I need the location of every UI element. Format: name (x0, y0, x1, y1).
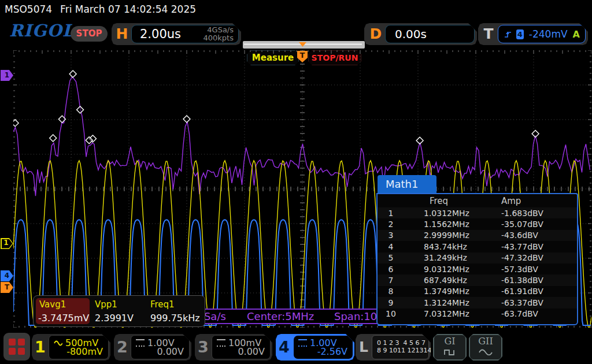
trigger-settings-block[interactable]: T 4 -240mV A (478, 23, 588, 45)
math-peak-row: 81.3749MHz-61.91dBV (378, 286, 577, 297)
peak-amp: -61.91dBV (497, 287, 577, 296)
peak-freq: 1.0312MHz (404, 209, 497, 218)
peak-amp: -47.32dBV (497, 253, 577, 262)
channel-4-button[interactable]: 4 1.00V -2.56V (276, 334, 354, 361)
peak-freq: 7.0312MHz (404, 309, 497, 318)
peak-index: 1 (378, 209, 404, 218)
generator-2-button[interactable]: GII (469, 334, 502, 361)
measurement-label[interactable]: Freq1 (150, 299, 175, 310)
generator-1-label: GI (434, 336, 465, 347)
measurements-box[interactable]: Vavg1 -3.7475mV Vpp1 2.3991V Freq1 999.7… (33, 295, 205, 327)
math-peak-row: 91.3124MHz-63.37dBV (378, 297, 577, 308)
channel-2-button[interactable]: 2 1.00V 0.00V (114, 334, 191, 361)
peak-amp: -61.38dBV (497, 276, 577, 285)
fft-peak-marker (69, 70, 76, 77)
peak-freq: 843.74kHz (404, 242, 497, 251)
dc-coupling-icon (217, 339, 225, 347)
channel1-position-marker[interactable]: 1 (1, 238, 13, 249)
peak-index: 8 (378, 287, 404, 296)
peak-amp: -43.6dBV (497, 231, 577, 240)
fft-peak-marker (183, 116, 190, 122)
peak-freq: 31.249kHz (404, 253, 497, 262)
overview-zigzag (243, 42, 365, 50)
ac-coupling-icon (54, 340, 62, 346)
measurement-value: 999.75kHz (150, 313, 200, 324)
generator-2-label: GII (470, 336, 501, 347)
math1-peak-table[interactable]: Freq Amp 11.0312MHz-1.683dBV21.1562MHz-3… (376, 193, 578, 325)
toolbar: RIGOL STOP H 2.00us 4GSa/s 400kpts Measu… (0, 18, 592, 49)
peak-index: 4 (378, 242, 404, 251)
peak-index: 3 (378, 231, 404, 240)
logic-channels-button[interactable]: L 0 1 2 3 4 5 6 7 8 9 1011 12131415 (356, 334, 431, 361)
digital-row-1: 0 1 2 3 4 5 6 7 (377, 339, 426, 347)
peak-freq: 1.3749MHz (404, 287, 497, 296)
peak-index: 7 (378, 276, 404, 285)
measurement-label[interactable]: Vpp1 (95, 299, 117, 310)
trigger-source-badge: 4 (516, 29, 524, 39)
math-peak-row: 4843.74kHz-43.77dBV (378, 241, 577, 252)
measurement-value: 2.3991V (95, 313, 134, 324)
fft-center-frequency: Center:5MHz (247, 310, 314, 322)
title-bar: MSO5074 Fri March 07 14:02:54 2025 (0, 0, 592, 18)
digital-row-2: 8 9 1011 12131415 (377, 347, 439, 354)
rigol-logo: RIGOL (9, 21, 75, 40)
channel-4-offset: -2.56V (317, 346, 347, 357)
column-header-freq: Freq (404, 196, 497, 206)
dc-coupling-icon (298, 339, 307, 347)
fft-peak-marker (13, 120, 18, 127)
math-peak-row: 21.1562MHz-35.07dBV (378, 218, 577, 229)
peak-amp: -63.37dBV (497, 298, 577, 307)
channel-1-offset: -800mV (66, 346, 103, 357)
memory-depth: 400kpts (204, 34, 234, 42)
oscilloscope-screen: MSO5074 Fri March 07 14:02:54 2025 RIGOL… (0, 0, 592, 364)
channel-3-number: 3 (195, 334, 212, 361)
channel-2-offset: 0.00V (157, 346, 184, 357)
math1-tab[interactable]: Math1 (378, 175, 436, 193)
measurement-value: -3.7475mV (38, 313, 89, 324)
math-peak-row: 107.0312MHz-63.7dBV (378, 309, 577, 320)
run-state-badge[interactable]: STOP (71, 26, 108, 42)
delay-box[interactable]: 0.00s (385, 25, 475, 43)
timebase-box[interactable]: 2.00us 4GSa/s 400kpts (131, 25, 239, 43)
delay-settings-block[interactable]: D 0.00s (364, 23, 477, 45)
menu-button[interactable] (3, 333, 30, 361)
peak-index: 5 (378, 253, 404, 262)
trigger-slope-icon (504, 30, 511, 39)
dc-coupling-icon (136, 339, 145, 347)
peak-freq: 1.3124MHz (404, 298, 497, 307)
channel-1-button[interactable]: 1 500mV -800mV (32, 334, 110, 361)
sine-wave-icon (479, 348, 493, 355)
peak-amp: -57.3dBV (497, 265, 577, 274)
model-name: MSO5074 (5, 3, 52, 15)
trigger-level: -240mV (529, 28, 568, 40)
column-header-amp: Amp (497, 196, 577, 206)
peak-amp: -35.07dBV (497, 220, 577, 229)
horizontal-settings-block[interactable]: H 2.00us 4GSa/s 400kpts (112, 23, 241, 45)
math-peak-row: 11.0312MHz-1.683dBV (378, 207, 577, 218)
waveform-overview-bar[interactable] (243, 41, 365, 49)
horizontal-label: H (114, 23, 130, 45)
channel4-position-marker[interactable]: 4 (1, 270, 13, 281)
math-peak-row: 531.249kHz-47.32dBV (378, 252, 577, 263)
trigger-box[interactable]: 4 -240mV A (498, 25, 586, 43)
channel-4-number: 4 (276, 334, 293, 361)
trigger-level-marker[interactable]: T (1, 282, 13, 293)
generator-1-button[interactable]: GI (433, 334, 467, 361)
peak-index: 9 (378, 298, 404, 307)
trigger-mode: A (573, 29, 580, 40)
math-peak-row: 7687.49kHz-61.38dBV (378, 274, 577, 285)
fft-peak-marker (77, 106, 84, 113)
measurement-label[interactable]: Vavg1 (39, 299, 66, 310)
channel-3-button[interactable]: 3 100mV 0.00V (195, 334, 272, 361)
peak-amp: -1.683dBV (497, 209, 577, 218)
peak-index: 10 (378, 309, 404, 318)
fft-peak-marker (416, 137, 423, 144)
table-header: Freq Amp (378, 194, 577, 207)
math1-position-marker[interactable]: 1 (1, 70, 13, 81)
math-peak-row: 69.0312MHz-57.3dBV (378, 263, 577, 274)
logic-label: L (356, 334, 372, 361)
peak-index: 6 (378, 265, 404, 274)
channel-1-number: 1 (32, 334, 49, 361)
peak-freq: 2.9999MHz (404, 231, 497, 240)
channel-2-number: 2 (114, 334, 131, 361)
